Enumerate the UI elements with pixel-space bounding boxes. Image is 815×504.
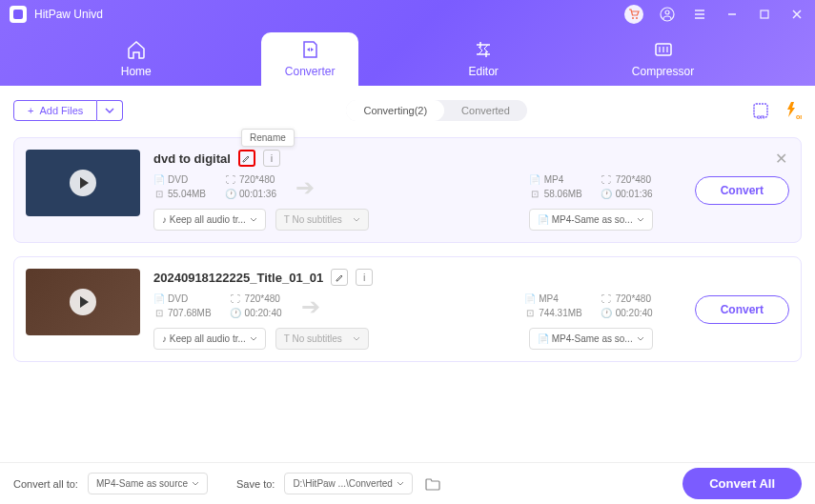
svg-point-2 [636,17,638,19]
nav-tab-editor[interactable]: Editor [444,32,521,86]
convert-all-sel-label: MP4-Same as source [96,478,188,489]
nav-label: Converter [285,65,336,78]
add-files-button[interactable]: + Add Files [13,100,97,121]
file-name: 20240918122225_Title_01_01 [153,271,323,285]
rename-tooltip: Rename [241,129,295,147]
file-name: dvd to digital [153,151,231,166]
resolution-icon: ⛶ [601,174,612,185]
app-title: HitPaw Univd [34,8,103,21]
titlebar: HitPaw Univd [0,0,815,86]
in-dur: 00:01:36 [239,189,276,199]
subtitle-select[interactable]: T No subtitles [275,328,369,350]
home-icon [125,38,148,61]
user-icon[interactable] [659,6,676,23]
convert-all-button[interactable]: Convert All [683,468,802,499]
info-button[interactable]: i [263,150,280,167]
rename-button[interactable] [331,269,348,286]
arrow-icon: ➔ [295,174,315,201]
file-item: 20240918122225_Title_01_01 i 📄DVD ⊡707.6… [13,256,802,362]
info-button[interactable]: i [356,269,373,286]
center-tabs: Converting(2) Converted [346,100,526,121]
chevron-down-icon [637,217,644,222]
convert-button[interactable]: Convert [695,176,789,205]
out-format: MP4 [539,293,559,304]
file-item: Rename ✕ dvd to digital i 📄DVD ⊡55.04MB [13,137,802,243]
chevron-down-icon [105,108,114,113]
clock-icon: 🕐 [231,308,241,318]
nav-tab-home[interactable]: Home [97,32,175,86]
tab-converting[interactable]: Converting(2) [346,100,444,121]
convert-all-to-label: Convert all to: [13,478,78,490]
minimize-icon[interactable] [723,6,741,23]
audio-sel-label: Keep all audio tr... [170,214,246,225]
hardware-accel-icon[interactable]: on [781,100,802,121]
resolution-icon: ⛶ [231,293,241,304]
audio-track-select[interactable]: ♪ Keep all audio tr... [153,328,266,350]
convert-all-format-select[interactable]: MP4-Same as source [88,473,208,494]
size-icon: ⊡ [524,308,535,318]
in-format: DVD [168,174,188,185]
in-size: 707.68MB [168,308,212,318]
play-icon [70,170,96,196]
toolbar: + Add Files Converting(2) Converted on o… [0,93,815,128]
cart-icon[interactable] [624,5,643,24]
svg-text:on: on [757,113,764,120]
nav-tab-compressor[interactable]: Compressor [608,32,718,86]
play-icon [70,289,96,315]
save-to-label: Save to: [236,478,275,490]
size-icon: ⊡ [530,189,540,199]
app-logo-icon [10,6,27,23]
nav-label: Home [121,65,152,78]
converter-icon [298,38,321,61]
in-res: 720*480 [245,293,280,304]
nav-tab-converter[interactable]: Converter [261,32,359,86]
in-dur: 00:20:40 [245,308,282,318]
menu-icon[interactable] [691,6,708,23]
size-icon: ⊡ [153,308,164,318]
rename-button[interactable] [238,150,255,167]
subtitle-sel-label: No subtitles [293,333,342,344]
add-files-dropdown[interactable] [97,100,123,121]
file-icon: 📄 [530,174,540,185]
file-icon: 📄 [153,293,164,304]
chevron-down-icon [192,481,199,486]
out-format: MP4 [544,174,564,185]
subtitle-select[interactable]: T No subtitles [275,209,369,231]
tab-converted[interactable]: Converted [444,100,527,121]
file-icon: 📄 [524,293,535,304]
output-format-select[interactable]: 📄 MP4-Same as so... [529,209,653,231]
arrow-icon: ➔ [301,293,320,320]
chevron-down-icon [637,336,644,341]
maximize-icon[interactable] [756,6,773,23]
open-folder-button[interactable] [422,474,443,494]
out-sel-label: MP4-Same as so... [552,214,633,225]
convert-button[interactable]: Convert [695,295,789,324]
save-to-path: D:\HitPaw ...\Converted [293,478,392,489]
size-icon: ⊡ [153,189,164,199]
in-res: 720*480 [239,174,275,185]
clock-icon: 🕐 [225,189,235,199]
titlebar-top: HitPaw Univd [0,0,815,29]
file-icon: 📄 [153,174,164,185]
gpu-accel-icon[interactable]: on [750,100,771,121]
out-res: 720*480 [616,293,651,304]
editor-icon [472,38,495,61]
chevron-down-icon [397,481,404,486]
remove-file-button[interactable]: ✕ [775,150,787,168]
out-size: 58.06MB [544,189,582,199]
svg-text:on: on [796,113,802,120]
file-list: Rename ✕ dvd to digital i 📄DVD ⊡55.04MB [0,128,815,385]
svg-point-1 [632,17,634,19]
out-dur: 00:01:36 [616,189,653,199]
video-thumbnail[interactable] [26,150,140,216]
clock-icon: 🕐 [601,308,612,318]
video-thumbnail[interactable] [26,269,140,335]
output-format-select[interactable]: 📄 MP4-Same as so... [529,328,653,350]
out-res: 720*480 [616,174,651,185]
close-icon[interactable] [788,6,805,23]
out-size: 744.31MB [539,308,582,318]
chevron-down-icon [353,217,360,222]
save-to-select[interactable]: D:\HitPaw ...\Converted [284,473,412,494]
plus-icon: + [28,105,33,116]
audio-track-select[interactable]: ♪ Keep all audio tr... [153,209,266,231]
